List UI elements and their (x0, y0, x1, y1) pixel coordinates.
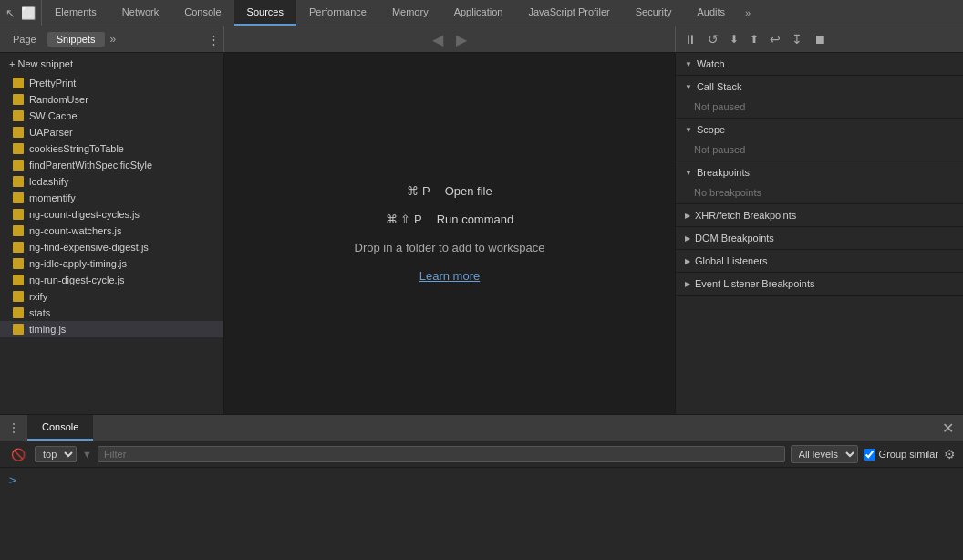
nav-back-icon[interactable]: ◀ (430, 29, 446, 50)
tab-memory[interactable]: Memory (379, 0, 441, 26)
chevron-down-icon: ▼ (685, 169, 692, 177)
scope-content: Not paused (676, 140, 963, 161)
toolbar-center: ◀ ▶ (224, 26, 675, 52)
xhr-breakpoints-section: ▶ XHR/fetch Breakpoints (676, 204, 963, 227)
event-listener-breakpoints-header[interactable]: ▶ Event Listener Breakpoints (676, 273, 963, 295)
breakpoints-section-header[interactable]: ▼ Breakpoints (676, 161, 963, 183)
snippet-file-icon (13, 143, 24, 154)
deactivate-breakpoints-icon[interactable]: ↧ (789, 30, 805, 48)
console-filter-input[interactable] (98, 446, 785, 462)
list-item[interactable]: RandomUser (0, 91, 223, 108)
tab-audits[interactable]: Audits (684, 0, 738, 26)
tab-application[interactable]: Application (441, 0, 516, 26)
list-item[interactable]: momentify (0, 190, 223, 206)
global-listeners-header[interactable]: ▶ Global Listeners (676, 250, 963, 272)
chevron-down-icon: ▼ (685, 83, 692, 91)
snippet-file-icon (13, 209, 24, 220)
tab-performance[interactable]: Performance (296, 0, 379, 26)
toolbar-menu-icon[interactable]: ⋮ (208, 33, 220, 47)
snippet-list: PrettyPrint RandomUser SW Cache UAParser… (0, 75, 223, 414)
nav-forward-icon[interactable]: ▶ (453, 29, 470, 50)
snippet-name: timing.js (29, 324, 66, 335)
console-tab-bar: ⋮ Console ✕ (0, 415, 963, 441)
list-item[interactable]: rxify (0, 288, 223, 305)
watch-section-header[interactable]: ▼ Watch (676, 53, 963, 75)
more-tabs-button[interactable]: » (738, 0, 758, 26)
scope-section-header[interactable]: ▼ Scope (676, 119, 963, 140)
chevron-down-icon: ▼ (685, 60, 692, 68)
nav-icons: ↖ ⬜ (0, 0, 42, 26)
list-item[interactable]: PrettyPrint (0, 75, 223, 91)
list-item[interactable]: ng-count-watchers.js (0, 223, 223, 239)
left-panel: + New snippet PrettyPrint RandomUser SW … (0, 53, 224, 414)
console-tab[interactable]: Console (27, 415, 93, 441)
console-close-button[interactable]: ✕ (933, 415, 963, 441)
list-item[interactable]: SW Cache (0, 108, 223, 124)
step-out-icon[interactable]: ⬆ (747, 31, 761, 47)
tab-snippets[interactable]: Snippets (47, 32, 105, 47)
drop-workspace-text: Drop in a folder to add to workspace (355, 241, 545, 254)
global-listeners-label: Global Listeners (695, 255, 768, 266)
list-item[interactable]: lodashify (0, 173, 223, 190)
snippet-file-icon (13, 242, 24, 253)
dom-breakpoints-header[interactable]: ▶ DOM Breakpoints (676, 227, 963, 249)
snippet-name: ng-count-digest-cycles.js (29, 209, 140, 220)
tab-console[interactable]: Console (171, 0, 233, 26)
xhr-breakpoints-label: XHR/fetch Breakpoints (695, 210, 796, 221)
clear-console-icon[interactable]: 🚫 (7, 446, 29, 463)
list-item[interactable]: timing.js | (0, 321, 223, 337)
inspect-icon[interactable]: ↖ (5, 6, 16, 20)
snippet-file-icon (13, 110, 24, 121)
snippet-file-icon (13, 160, 24, 171)
top-nav: ↖ ⬜ Elements Network Console Sources Per… (0, 0, 963, 26)
tab-sources[interactable]: Sources (234, 0, 296, 26)
context-arrow-icon: ▼ (82, 449, 92, 460)
nav-tabs: Elements Network Console Sources Perform… (42, 0, 758, 26)
new-snippet-button[interactable]: + New snippet (0, 53, 223, 75)
list-item[interactable]: UAParser (0, 124, 223, 140)
chevron-right-icon: ▶ (685, 280, 690, 288)
list-item[interactable]: findParentWithSpecificStyle (0, 157, 223, 173)
snippet-name: ng-idle-apply-timing.js (29, 258, 127, 269)
snippet-name: ng-run-digest-cycle.js (29, 275, 125, 285)
learn-more-link[interactable]: Learn more (419, 269, 480, 283)
snippet-file-icon (13, 176, 24, 187)
list-item[interactable]: ng-idle-apply-timing.js (0, 255, 223, 272)
console-menu-icon[interactable]: ⋮ (0, 415, 27, 441)
callstack-section-header[interactable]: ▼ Call Stack (676, 76, 963, 98)
tab-network[interactable]: Network (109, 0, 171, 26)
tab-js-profiler[interactable]: JavaScript Profiler (515, 0, 622, 26)
step-into-icon[interactable]: ⬇ (727, 31, 741, 47)
shortcut-desc-1: Open file (445, 184, 492, 198)
shortcut-row-1: ⌘ P Open file (407, 184, 492, 198)
level-select[interactable]: All levels (791, 445, 858, 463)
dont-pause-icon[interactable]: ⏹ (811, 30, 829, 48)
snippet-name: momentify (29, 192, 76, 203)
step-icon[interactable]: ↩ (767, 30, 783, 48)
breakpoints-section: ▼ Breakpoints No breakpoints (676, 161, 963, 204)
tab-page[interactable]: Page (4, 32, 46, 47)
snippet-name: cookiesStringToTable (29, 143, 124, 154)
list-item[interactable]: stats (0, 305, 223, 321)
step-over-icon[interactable]: ↺ (705, 30, 721, 48)
context-selector[interactable]: top (35, 446, 77, 462)
list-item[interactable]: cookiesStringToTable (0, 140, 223, 157)
xhr-breakpoints-header[interactable]: ▶ XHR/fetch Breakpoints (676, 204, 963, 226)
chevron-right-icon: ▶ (685, 212, 690, 220)
right-panel: ▼ Watch ▼ Call Stack Not paused ▼ Scope … (675, 53, 963, 414)
more-toolbar-tabs[interactable]: » (110, 33, 117, 46)
snippet-name: findParentWithSpecificStyle (29, 160, 152, 171)
tab-elements[interactable]: Elements (42, 0, 109, 26)
device-icon[interactable]: ⬜ (21, 6, 36, 20)
tab-security[interactable]: Security (623, 0, 685, 26)
pause-icon[interactable]: ⏸ (681, 30, 699, 48)
list-item[interactable]: ng-find-expensive-digest.js (0, 239, 223, 255)
group-similar-input[interactable] (864, 449, 875, 461)
snippet-file-icon (13, 192, 24, 203)
snippet-name: ng-find-expensive-digest.js (29, 242, 149, 253)
watch-section: ▼ Watch (676, 53, 963, 76)
list-item[interactable]: ng-count-digest-cycles.js (0, 206, 223, 223)
list-item[interactable]: ng-run-digest-cycle.js (0, 272, 223, 288)
console-settings-icon[interactable]: ⚙ (944, 447, 956, 461)
group-similar-checkbox[interactable]: Group similar (864, 449, 938, 461)
